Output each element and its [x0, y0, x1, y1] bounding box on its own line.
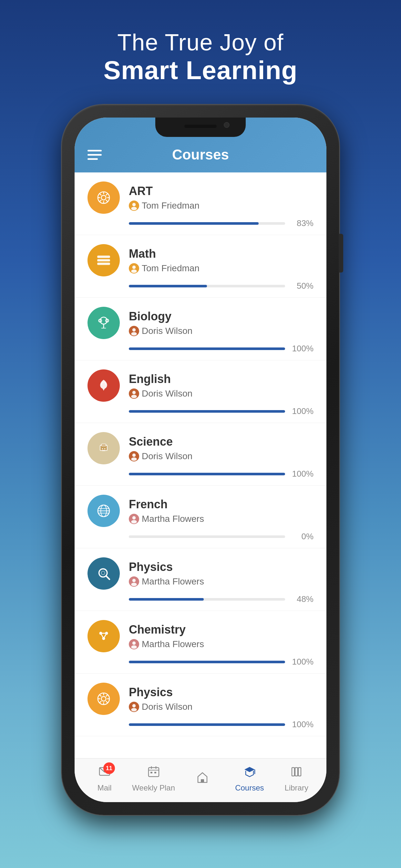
- course-row: Science Doris Wilson: [88, 432, 313, 464]
- hero-line2: Smart Learning: [104, 56, 298, 85]
- course-info-math: Math Tom Friedman: [129, 247, 313, 274]
- svg-point-73: [202, 781, 203, 782]
- teacher-avatar-biology: [129, 326, 139, 336]
- svg-rect-30: [102, 450, 105, 451]
- progress-bg-math: [129, 285, 285, 287]
- tab-label-mail: Mail: [97, 783, 112, 793]
- course-info-art: ART Tom Friedman: [129, 184, 313, 211]
- teacher-name-french: Martha Flowers: [142, 514, 204, 524]
- svg-line-61: [106, 694, 107, 696]
- svg-point-54: [101, 696, 106, 701]
- teacher-avatar-physics1: [129, 577, 139, 587]
- course-icon-physics2: [88, 683, 120, 715]
- course-row: English Doris Wilson: [88, 369, 313, 402]
- header-title: Courses: [172, 147, 229, 163]
- svg-point-11: [131, 207, 137, 211]
- svg-line-59: [99, 694, 101, 696]
- course-row: Chemistry Martha Flowers: [88, 620, 313, 652]
- course-item-chemistry[interactable]: Chemistry Martha Flowers 100%: [74, 611, 327, 674]
- svg-rect-75: [292, 768, 295, 776]
- notch-camera: [224, 122, 229, 128]
- svg-point-32: [131, 458, 137, 461]
- svg-line-7: [106, 200, 107, 202]
- progress-row-science: 100%: [88, 469, 313, 479]
- course-teacher-math: Tom Friedman: [129, 263, 313, 274]
- svg-point-15: [132, 266, 136, 269]
- course-icon-biology: [88, 307, 120, 339]
- progress-pct-biology: 100%: [290, 344, 313, 353]
- progress-bg-english: [129, 410, 285, 413]
- tab-icon-library: [290, 765, 303, 781]
- course-row: French Martha Flowers: [88, 495, 313, 527]
- course-icon-art: [88, 182, 120, 214]
- menu-line3: [88, 158, 98, 160]
- svg-rect-76: [295, 768, 298, 776]
- course-row: Math Tom Friedman: [88, 244, 313, 276]
- svg-point-51: [132, 641, 136, 645]
- teacher-avatar-art: [129, 200, 139, 211]
- svg-point-31: [132, 454, 136, 457]
- svg-line-50: [104, 633, 106, 639]
- svg-line-60: [106, 701, 107, 703]
- course-info-english: English Doris Wilson: [129, 372, 313, 399]
- course-icon-science: [88, 432, 120, 464]
- teacher-avatar-science: [129, 451, 139, 461]
- svg-point-10: [132, 203, 136, 206]
- tab-icon-home: [196, 771, 209, 786]
- course-item-french[interactable]: French Martha Flowers 0%: [74, 486, 327, 548]
- progress-bg-french: [129, 535, 285, 538]
- svg-point-39: [131, 520, 137, 524]
- course-item-physics2[interactable]: Physics Doris Wilson 100%: [74, 674, 327, 736]
- progress-bg-chemistry: [129, 661, 285, 663]
- teacher-name-science: Doris Wilson: [142, 451, 192, 461]
- progress-fill-physics1: [129, 598, 204, 600]
- svg-point-28: [102, 448, 103, 450]
- progress-pct-art: 83%: [290, 218, 313, 228]
- tab-mail[interactable]: 11 Mail: [85, 765, 124, 793]
- progress-row-chemistry: 100%: [88, 657, 313, 667]
- svg-line-8: [106, 193, 107, 195]
- teacher-name-english: Doris Wilson: [142, 389, 192, 399]
- svg-rect-70: [150, 772, 152, 773]
- teacher-name-math: Tom Friedman: [142, 263, 199, 274]
- course-item-math[interactable]: Math Tom Friedman 50%: [74, 235, 327, 298]
- progress-row-english: 100%: [88, 406, 313, 416]
- teacher-avatar-french: [129, 514, 139, 524]
- course-item-science[interactable]: Science Doris Wilson 100%: [74, 423, 327, 486]
- course-teacher-science: Doris Wilson: [129, 451, 313, 461]
- tab-label-weekly-plan: Weekly Plan: [132, 783, 175, 793]
- course-icon-physics1: [88, 557, 120, 590]
- course-teacher-french: Martha Flowers: [129, 514, 313, 524]
- progress-row-biology: 100%: [88, 344, 313, 353]
- svg-line-6: [99, 193, 101, 195]
- progress-bg-physics2: [129, 723, 285, 726]
- course-name-physics1: Physics: [129, 560, 313, 574]
- course-name-english: English: [129, 372, 313, 386]
- course-icon-math: [88, 244, 120, 276]
- courses-list: ART Tom Friedman 83%: [74, 173, 327, 758]
- course-teacher-chemistry: Martha Flowers: [129, 639, 313, 649]
- phone-screen: Courses ART Tom Friedman: [74, 118, 327, 802]
- tab-home[interactable]: [183, 771, 222, 786]
- progress-row-art: 83%: [88, 218, 313, 228]
- tab-library[interactable]: Library: [277, 765, 316, 793]
- tab-courses[interactable]: Courses: [230, 765, 269, 793]
- tab-bar: 11 Mail Weekly Plan Courses Library: [74, 758, 327, 802]
- progress-pct-physics2: 100%: [290, 719, 313, 730]
- course-row: Physics Doris Wilson: [88, 683, 313, 715]
- tab-label-courses: Courses: [235, 783, 264, 793]
- menu-icon[interactable]: [88, 150, 102, 160]
- course-item-biology[interactable]: Biology Doris Wilson 100%: [74, 298, 327, 361]
- hero-section: The True Joy of Smart Learning: [104, 29, 298, 85]
- svg-point-22: [132, 328, 136, 332]
- course-item-english[interactable]: English Doris Wilson 100%: [74, 361, 327, 423]
- teacher-name-physics1: Martha Flowers: [142, 577, 204, 587]
- svg-point-25: [131, 395, 137, 399]
- tab-weekly-plan[interactable]: Weekly Plan: [132, 765, 175, 793]
- course-item-art[interactable]: ART Tom Friedman 83%: [74, 173, 327, 235]
- course-item-physics1[interactable]: Physics Martha Flowers 48%: [74, 548, 327, 611]
- course-info-biology: Biology Doris Wilson: [129, 310, 313, 336]
- svg-line-49: [101, 633, 104, 639]
- phone-mockup: Courses ART Tom Friedman: [62, 104, 339, 815]
- course-teacher-physics1: Martha Flowers: [129, 577, 313, 587]
